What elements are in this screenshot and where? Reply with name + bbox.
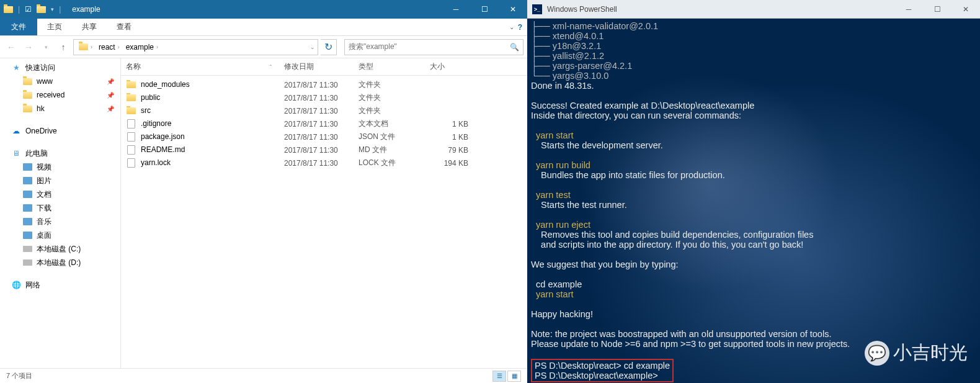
address-bar[interactable]: › react› example› ⌄	[73, 39, 318, 55]
chevron-right-icon[interactable]: ›	[156, 44, 158, 50]
sidebar-pc-item[interactable]: 音乐	[0, 215, 120, 228]
sidebar-pc-item[interactable]: 本地磁盘 (C:)	[0, 242, 120, 256]
network-icon: 🌐	[11, 280, 21, 290]
sidebar-label: OneDrive	[25, 127, 57, 135]
ribbon-expand-icon[interactable]: ⌄	[509, 24, 514, 30]
back-button[interactable]: ←	[4, 40, 19, 55]
file-row[interactable]: yarn.lock2017/8/17 11:30LOCK 文件194 KB	[121, 156, 527, 169]
ps-title: Windows PowerShell	[547, 5, 617, 14]
drive-icon	[22, 244, 32, 254]
recent-dropdown-icon[interactable]: ▾	[38, 40, 53, 55]
drive-icon	[22, 203, 32, 213]
search-box[interactable]: 搜索"example" 🔍	[344, 39, 523, 55]
file-icon	[126, 158, 136, 168]
file-size: 79 KB	[425, 146, 468, 155]
file-icon	[126, 119, 136, 129]
highlighted-prompt: PS D:\Desktop\react> cd example PS D:\De…	[531, 359, 674, 382]
qat-sep: |	[18, 5, 20, 14]
sidebar-this-pc[interactable]: 🖥 此电脑	[0, 146, 120, 160]
sidebar-pc-item[interactable]: 文档	[0, 187, 120, 201]
powershell-window: >_ Windows PowerShell ─ ☐ ✕ ├── xml-name…	[527, 0, 980, 383]
file-date: 2017/8/17 11:30	[279, 107, 354, 115]
address-dropdown-icon[interactable]: ⌄	[310, 44, 315, 50]
file-name: node_modules	[141, 80, 190, 89]
sidebar-onedrive[interactable]: ☁ OneDrive	[0, 124, 120, 138]
file-tab[interactable]: 文件	[0, 19, 37, 35]
file-row[interactable]: .gitignore2017/8/17 11:30文本文档1 KB	[121, 117, 527, 130]
file-row[interactable]: package.json2017/8/17 11:30JSON 文件1 KB	[121, 130, 527, 143]
sidebar-pc-item[interactable]: 下载	[0, 201, 120, 215]
sidebar-label: 此电脑	[25, 148, 48, 159]
sidebar-network[interactable]: 🌐 网络	[0, 278, 120, 292]
col-type[interactable]: 类型	[354, 61, 425, 72]
column-headers: 名称⌃ 修改日期 类型 大小	[121, 58, 527, 76]
file-name: yarn.lock	[141, 158, 171, 167]
tab-home[interactable]: 主页	[37, 19, 72, 35]
breadcrumb-seg-1[interactable]: example	[126, 43, 154, 52]
sidebar-qa-item[interactable]: received📌	[0, 88, 120, 102]
ps-minimize-button[interactable]: ─	[894, 0, 923, 19]
file-type: 文件夹	[354, 92, 425, 103]
sidebar-item-label: 本地磁盘 (C:)	[37, 244, 81, 255]
sidebar-label: 快速访问	[25, 63, 55, 73]
file-date: 2017/8/17 11:30	[279, 81, 354, 89]
sidebar-item-label: received	[37, 91, 65, 99]
sidebar-quick-access[interactable]: ★ 快速访问	[0, 61, 120, 74]
search-placeholder: 搜索"example"	[349, 42, 397, 52]
qat-dropdown-icon[interactable]: ▾	[51, 6, 54, 12]
file-row[interactable]: src2017/8/17 11:30文件夹	[121, 104, 527, 117]
qat-divider: |	[59, 5, 61, 14]
pc-icon: 🖥	[11, 148, 21, 158]
sidebar-qa-item[interactable]: hk📌	[0, 102, 120, 115]
file-type: 文件夹	[354, 106, 425, 116]
close-button[interactable]: ✕	[499, 0, 527, 19]
file-name: src	[141, 106, 151, 115]
file-type: LOCK 文件	[354, 158, 425, 168]
file-row[interactable]: README.md2017/8/17 11:30MD 文件79 KB	[121, 143, 527, 156]
maximize-button[interactable]: ☐	[470, 0, 499, 19]
chevron-right-icon[interactable]: ›	[91, 44, 92, 50]
file-row[interactable]: public2017/8/17 11:30文件夹	[121, 91, 527, 104]
ribbon-tabs: 文件 主页 共享 查看 ⌄ ?	[0, 19, 527, 36]
file-size: 194 KB	[425, 159, 468, 168]
file-row[interactable]: node_modules2017/8/17 11:30文件夹	[121, 78, 527, 91]
view-details-button[interactable]: ☰	[492, 371, 506, 382]
terminal-body[interactable]: ├── xml-name-validator@2.0.1 ├── xtend@4…	[527, 19, 980, 383]
drive-icon	[22, 189, 32, 199]
help-icon[interactable]: ?	[518, 23, 522, 32]
col-date[interactable]: 修改日期	[279, 61, 354, 72]
file-size: 1 KB	[425, 133, 468, 142]
file-type: 文本文档	[354, 119, 425, 129]
tab-view[interactable]: 查看	[107, 19, 141, 35]
chevron-right-icon[interactable]: ›	[118, 44, 120, 50]
folder-icon	[126, 93, 136, 103]
sidebar-item-label: 本地磁盘 (D:)	[37, 258, 81, 268]
sidebar-pc-item[interactable]: 图片	[0, 174, 120, 187]
refresh-button[interactable]: ↻	[321, 39, 337, 55]
tab-share[interactable]: 共享	[72, 19, 107, 35]
search-icon[interactable]: 🔍	[510, 43, 519, 52]
file-icon	[126, 132, 136, 142]
col-size[interactable]: 大小	[425, 61, 468, 72]
minimize-button[interactable]: ─	[442, 0, 470, 19]
pin-icon: 📌	[107, 106, 114, 112]
properties-icon[interactable]: ☑	[25, 5, 32, 14]
view-icons-button[interactable]: ▦	[507, 371, 521, 382]
forward-button[interactable]: →	[21, 40, 36, 55]
up-button[interactable]: ↑	[56, 40, 71, 55]
sidebar-pc-item[interactable]: 视频	[0, 160, 120, 174]
address-folder-icon	[79, 43, 88, 50]
col-name[interactable]: 名称⌃	[121, 61, 279, 72]
folder-icon	[126, 80, 136, 90]
breadcrumb-seg-0[interactable]: react	[99, 43, 115, 52]
file-size: 1 KB	[425, 120, 468, 128]
sidebar-qa-item[interactable]: www📌	[0, 74, 120, 88]
sidebar-pc-item[interactable]: 桌面	[0, 228, 120, 242]
ps-close-button[interactable]: ✕	[951, 0, 980, 19]
sidebar-item-label: 视频	[37, 162, 51, 173]
ps-maximize-button[interactable]: ☐	[923, 0, 951, 19]
nav-pane: ★ 快速访问 www📌received📌hk📌 ☁ OneDrive 🖥 此电脑…	[0, 58, 121, 368]
sidebar-pc-item[interactable]: 本地磁盘 (D:)	[0, 256, 120, 269]
file-name: README.md	[141, 145, 185, 154]
sidebar-item-label: 文档	[37, 189, 51, 200]
